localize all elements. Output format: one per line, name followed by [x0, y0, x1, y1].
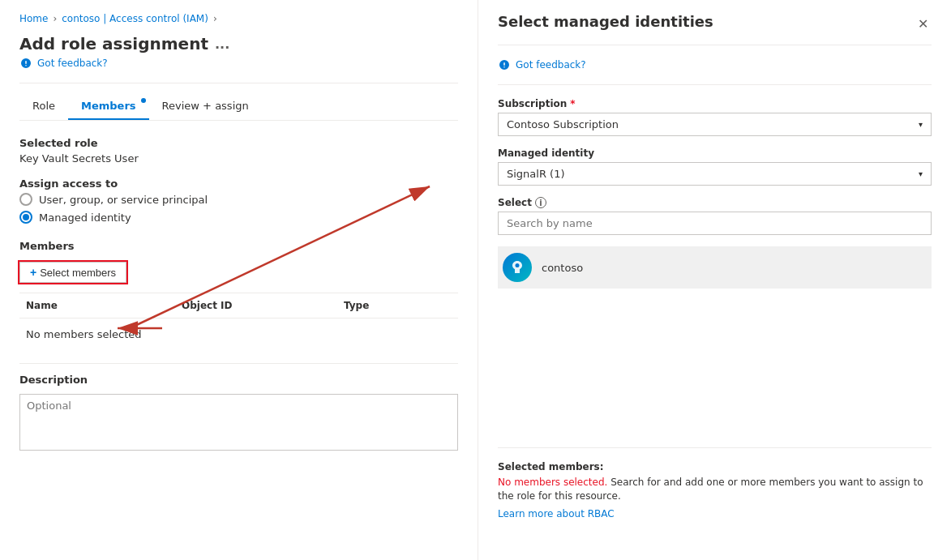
members-label: Members	[19, 240, 458, 252]
panel-divider-top	[498, 45, 932, 45]
tab-members-dot	[141, 98, 146, 103]
right-panel: Select managed identities ✕ Got feedback…	[478, 0, 951, 560]
col-name-header: Name	[19, 300, 182, 311]
radio-user-group[interactable]: User, group, or service principal	[19, 193, 458, 206]
assign-access-section: Assign access to User, group, or service…	[19, 177, 458, 224]
feedback-icon	[19, 57, 32, 70]
subscription-chevron-icon: ▾	[919, 120, 923, 129]
panel-feedback[interactable]: Got feedback?	[498, 58, 932, 71]
breadcrumb: Home › contoso | Access control (IAM) ›	[19, 13, 458, 24]
tab-role[interactable]: Role	[19, 93, 68, 120]
bottom-status: Selected members: No members selected. S…	[498, 441, 932, 519]
bottom-divider	[498, 447, 932, 448]
radio-circle-managed	[19, 211, 32, 224]
breadcrumb-contoso[interactable]: contoso | Access control (IAM)	[62, 13, 208, 24]
breadcrumb-sep2: ›	[213, 13, 217, 24]
subscription-required: *	[570, 98, 575, 109]
tab-members-label: Members	[81, 100, 136, 112]
panel-header: Select managed identities ✕	[498, 13, 932, 35]
page-options-icon[interactable]: ...	[215, 36, 229, 52]
subscription-group: Subscription * Contoso Subscription ▾	[498, 98, 932, 136]
managed-identity-label: Managed identity	[498, 147, 932, 159]
radio-label-user: User, group, or service principal	[39, 194, 208, 206]
tab-members[interactable]: Members	[68, 93, 149, 120]
managed-identity-group: Managed identity SignalR (1) ▾	[498, 147, 932, 186]
selected-role-label: Selected role	[19, 137, 458, 149]
managed-identity-value: SignalR (1)	[507, 168, 565, 180]
panel-title: Select managed identities	[498, 13, 713, 30]
managed-identity-dropdown[interactable]: SignalR (1) ▾	[498, 162, 932, 186]
selected-role-section: Selected role Key Vault Secrets User	[19, 137, 458, 165]
selected-role-value: Key Vault Secrets User	[19, 152, 458, 165]
tab-role-label: Role	[32, 100, 55, 112]
subscription-value: Contoso Subscription	[507, 118, 619, 130]
no-members-prefix: No members selected.	[498, 477, 607, 488]
breadcrumb-home[interactable]: Home	[19, 13, 48, 24]
tab-review-label: Review + assign	[162, 100, 249, 112]
left-panel: Home › contoso | Access control (IAM) › …	[0, 0, 478, 560]
tabs-container: Role Members Review + assign	[19, 93, 458, 121]
close-button[interactable]: ✕	[915, 13, 932, 35]
radio-group: User, group, or service principal Manage…	[19, 193, 458, 224]
table-empty-message: No members selected	[19, 318, 458, 350]
assign-access-label: Assign access to	[19, 177, 458, 190]
radio-label-managed: Managed identity	[39, 212, 131, 224]
managed-identity-label-text: Managed identity	[498, 147, 594, 159]
subscription-label: Subscription *	[498, 98, 932, 109]
page-title-container: Add role assignment ...	[19, 34, 458, 53]
members-section: Members + Select members Name Object ID …	[19, 240, 458, 350]
members-table: Name Object ID Type No members selected	[19, 293, 458, 350]
svg-point-3	[516, 263, 520, 267]
identity-avatar	[503, 253, 532, 282]
radio-inner-managed	[23, 214, 29, 220]
description-section: Description	[19, 374, 458, 453]
select-members-button[interactable]: + Select members	[19, 262, 126, 283]
select-members-label: Select members	[40, 267, 116, 279]
page-title: Add role assignment	[19, 34, 208, 53]
table-header: Name Object ID Type	[19, 293, 458, 318]
identity-list: contoso	[498, 246, 932, 289]
identity-name: contoso	[542, 262, 583, 274]
no-members-text: No members selected. Search for and add …	[498, 476, 932, 503]
managed-identity-chevron-icon: ▾	[919, 169, 923, 178]
panel-feedback-icon	[498, 58, 511, 71]
selected-members-label: Selected members:	[498, 461, 932, 472]
select-group: Select i	[498, 197, 932, 235]
tab-review[interactable]: Review + assign	[149, 93, 262, 120]
description-textarea[interactable]	[19, 394, 458, 451]
description-label: Description	[19, 374, 458, 386]
col-type-header: Type	[344, 300, 458, 311]
table-divider	[19, 363, 458, 364]
plus-icon: +	[30, 266, 36, 279]
panel-divider-feedback	[498, 84, 932, 85]
select-label: Select i	[498, 197, 932, 208]
col-objectid-header: Object ID	[182, 300, 344, 311]
select-label-text: Select	[498, 197, 532, 208]
rbac-link[interactable]: Learn more about RBAC	[498, 508, 932, 519]
header-divider	[19, 83, 458, 83]
feedback-label: Got feedback?	[37, 58, 108, 69]
subscription-dropdown[interactable]: Contoso Subscription ▾	[498, 113, 932, 136]
feedback-link[interactable]: Got feedback?	[19, 57, 458, 70]
breadcrumb-sep1: ›	[53, 13, 57, 24]
identity-item[interactable]: contoso	[498, 246, 932, 289]
subscription-label-text: Subscription	[498, 98, 567, 109]
panel-feedback-label: Got feedback?	[516, 59, 586, 71]
search-input[interactable]	[498, 212, 932, 235]
select-info-icon[interactable]: i	[535, 197, 546, 208]
radio-managed-identity[interactable]: Managed identity	[19, 211, 458, 224]
radio-circle-user	[19, 193, 32, 206]
